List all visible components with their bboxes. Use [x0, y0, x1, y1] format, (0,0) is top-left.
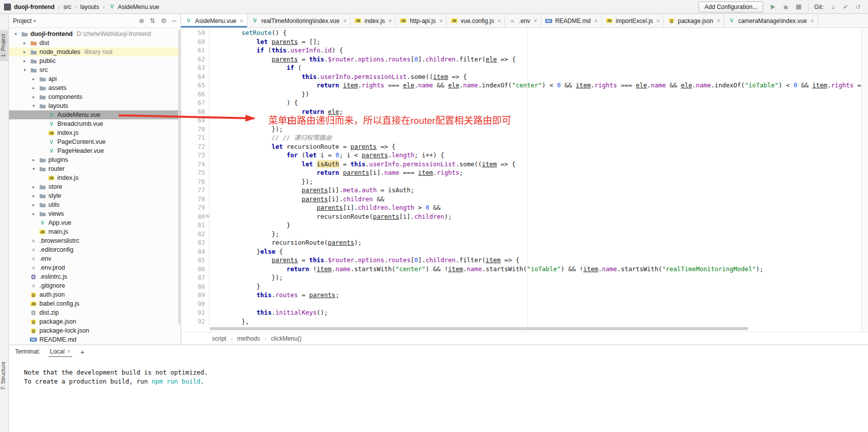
close-tab-icon[interactable]: ×: [240, 17, 243, 24]
project-stripe-button[interactable]: 1: Project: [0, 30, 9, 61]
code-line[interactable]: 75 return parents[i].name === item.right…: [181, 168, 862, 177]
chevron-right-icon[interactable]: ▸: [22, 40, 27, 45]
line-number[interactable]: 90: [181, 300, 210, 309]
line-number[interactable]: 92: [181, 317, 210, 326]
code-line[interactable]: 77 parents[i].meta.auth = isAuth;: [181, 186, 862, 195]
code-line[interactable]: 89 this.routes = parents;: [181, 291, 862, 300]
new-terminal-button[interactable]: +: [80, 348, 85, 356]
title-breadcrumb-item[interactable]: VAsideMenu.vue: [108, 3, 159, 10]
editor-tab[interactable]: JSimportExcel.js×: [602, 14, 664, 27]
terminal-tab-local[interactable]: Local ×: [48, 347, 72, 357]
tree-item[interactable]: JSindex.js: [9, 173, 181, 182]
line-number[interactable]: 78: [181, 195, 210, 204]
editor-tab[interactable]: VrealTimeMonitoring\index.vue×: [247, 14, 351, 27]
line-number[interactable]: 82: [181, 230, 210, 239]
code-line[interactable]: 70 });: [181, 125, 862, 134]
code-line[interactable]: 86 return !item.name.startsWith("center"…: [181, 265, 862, 274]
line-number[interactable]: 60: [181, 37, 210, 46]
tree-item[interactable]: VPageContent.vue: [9, 137, 181, 146]
close-tab-icon[interactable]: ×: [388, 17, 392, 24]
editor-tab[interactable]: JShttp-api.js×: [396, 14, 446, 27]
tree-item[interactable]: ▸plugins: [9, 155, 181, 164]
tree-item[interactable]: VPageHeader.vue: [9, 146, 181, 155]
chevron-right-icon[interactable]: ▸: [31, 157, 36, 162]
chevron-right-icon[interactable]: ▸: [22, 49, 27, 54]
code-line[interactable]: 76 });: [181, 177, 862, 186]
line-number[interactable]: 69: [181, 116, 210, 125]
tree-item[interactable]: VAsideMenu.vue: [9, 110, 181, 119]
tree-item[interactable]: ≡.editorconfig: [9, 245, 181, 254]
line-number[interactable]: 70: [181, 125, 210, 134]
locate-icon[interactable]: ⊕: [139, 17, 144, 24]
tree-item[interactable]: ▸assets: [9, 83, 181, 92]
editor-tab[interactable]: VcameraManage\index.vue×: [724, 14, 818, 27]
code-line[interactable]: 85 parents = this.$router.options.routes…: [181, 256, 862, 265]
code-line[interactable]: 65 return item.rights === ele.name && el…: [181, 81, 862, 90]
code-line[interactable]: 80↻ recursionRoute(parents[i].children);: [181, 212, 862, 221]
line-number[interactable]: 66: [181, 90, 210, 99]
tree-item[interactable]: Zdist.zip: [9, 308, 181, 317]
code-line[interactable]: 61 if (this.userInfo.id) {: [181, 46, 862, 55]
line-number[interactable]: 72: [181, 142, 210, 151]
editor-tab[interactable]: VAsideMenu.vue×: [181, 14, 247, 27]
chevron-down-icon[interactable]: ▾: [22, 67, 27, 72]
code-line[interactable]: 68 return ele;: [181, 107, 862, 116]
tree-item[interactable]: JSbabel.config.js: [9, 299, 181, 308]
editor-tab[interactable]: JSvue.config.js×: [446, 14, 505, 27]
code-line[interactable]: 88 }: [181, 282, 862, 291]
tree-item[interactable]: ≡.browserslistrc: [9, 236, 181, 245]
tree-item[interactable]: {}package.json: [9, 317, 181, 326]
line-number[interactable]: 87: [181, 273, 210, 282]
line-number[interactable]: 65: [181, 81, 210, 90]
editor-tab[interactable]: ≡.env×: [505, 14, 541, 27]
scrollbar-thumb[interactable]: [210, 327, 748, 330]
settings-icon[interactable]: ⚙: [161, 17, 167, 24]
tree-item[interactable]: ▾layouts: [9, 101, 181, 110]
chevron-right-icon[interactable]: ▸: [31, 94, 36, 99]
tree-item[interactable]: ≡.gitignore: [9, 281, 181, 290]
chevron-right-icon[interactable]: ▸: [31, 211, 36, 216]
editor-tab[interactable]: {}package.json×: [664, 14, 724, 27]
code-line[interactable]: 82 };: [181, 230, 862, 239]
line-number[interactable]: 61: [181, 46, 210, 55]
line-number[interactable]: 62: [181, 55, 210, 64]
git-update-icon[interactable]: ⇣: [829, 3, 837, 11]
line-number[interactable]: 68: [181, 107, 210, 116]
editor-breadcrumb-item[interactable]: methods: [237, 335, 260, 342]
line-number[interactable]: 71: [181, 133, 210, 142]
tree-item[interactable]: E.eslintrc.js: [9, 272, 181, 281]
project-panel-title[interactable]: Project: [13, 17, 31, 24]
title-breadcrumb-item[interactable]: layouts: [80, 3, 99, 10]
code-line[interactable]: 59 setRoute() {: [181, 28, 862, 37]
close-tab-icon[interactable]: ×: [534, 17, 537, 24]
code-line[interactable]: 64 this.userInfo.permissionList.some((it…: [181, 72, 862, 81]
close-tab-icon[interactable]: ×: [439, 17, 442, 24]
tree-item[interactable]: JSindex.js: [9, 128, 181, 137]
run-icon[interactable]: [769, 3, 777, 11]
chevron-right-icon[interactable]: ▸: [31, 184, 36, 189]
chevron-right-icon[interactable]: ▸: [22, 58, 27, 63]
line-number[interactable]: 91: [181, 308, 210, 317]
close-tab-icon[interactable]: ×: [717, 17, 720, 24]
line-number[interactable]: 86: [181, 265, 210, 274]
chevron-down-icon[interactable]: ▾: [33, 18, 36, 23]
code-line[interactable]: 84 }else {: [181, 247, 862, 256]
chevron-down-icon[interactable]: ▾: [31, 166, 36, 171]
line-number[interactable]: 63: [181, 63, 210, 72]
code-line[interactable]: 83 recursionRoute(parents);: [181, 238, 862, 247]
terminal-output[interactable]: Note that the development build is not o…: [9, 358, 868, 386]
tree-scrollbar[interactable]: [178, 30, 180, 325]
line-number[interactable]: 85: [181, 256, 210, 265]
line-number[interactable]: 64: [181, 72, 210, 81]
tree-item[interactable]: ▸public: [9, 56, 181, 65]
code-line[interactable]: 60 let parents = [];: [181, 37, 862, 46]
debug-icon[interactable]: [782, 3, 790, 11]
code-line[interactable]: 72 let recursionRoute = parents => {: [181, 142, 862, 151]
structure-stripe-button[interactable]: 7: Structure: [0, 359, 9, 393]
stop-icon[interactable]: [795, 3, 803, 11]
line-number[interactable]: 77: [181, 186, 210, 195]
editor-body[interactable]: 59 setRoute() {60 let parents = [];61 if…: [181, 28, 862, 332]
tree-item[interactable]: MDREADME.md: [9, 335, 181, 344]
title-breadcrumb-item[interactable]: duoji-frontend: [14, 3, 54, 10]
code-line[interactable]: 71 // // 递归权限路由: [181, 133, 862, 142]
